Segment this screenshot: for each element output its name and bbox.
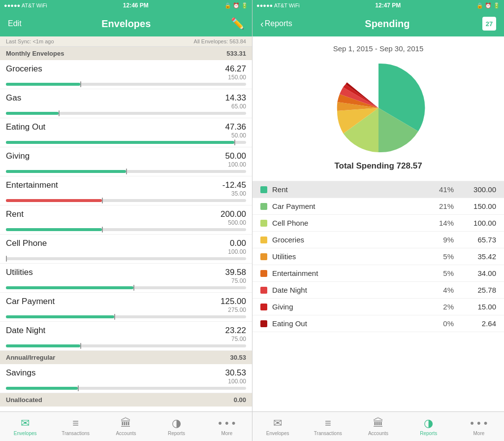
chart-date: Sep 1, 2015 - Sep 30, 2015 xyxy=(333,44,423,53)
legend-row-cell-phone[interactable]: Cell Phone 14% 100.00 xyxy=(252,215,504,232)
back-button[interactable]: ‹ Reports xyxy=(260,18,292,30)
progress-track xyxy=(6,83,246,86)
right-reports-icon: ◑ xyxy=(424,417,433,430)
legend-color-eating-out xyxy=(260,320,267,327)
progress-track xyxy=(6,286,246,289)
envelope-budget: 100.00 xyxy=(225,161,246,168)
right-nav-title: Spending xyxy=(365,18,410,30)
right-envelopes-icon: ✉ xyxy=(273,417,282,430)
progress-track xyxy=(6,141,246,144)
right-tab-envelopes-label: Envelopes xyxy=(266,431,289,436)
all-envelopes-text: All Envelopes: 563.84 xyxy=(194,38,246,44)
legend-val-utilities: 35.42 xyxy=(462,252,496,261)
calendar-icon[interactable]: 27 xyxy=(482,17,496,31)
legend-val-eating-out: 2.64 xyxy=(462,319,496,328)
unallocated-label: Unallocated xyxy=(6,396,42,404)
envelope-name: Rent xyxy=(6,209,24,219)
envelopes-list: Monthly Envelopes 533.31 Groceries 46.27… xyxy=(0,47,252,411)
tab-transactions[interactable]: ≡ Transactions xyxy=(50,414,100,439)
chart-section: Sep 1, 2015 - Sep 30, 2015 xyxy=(252,36,504,181)
envelope-savings[interactable]: Savings 30.53 100.00 xyxy=(0,364,252,393)
annual-value: 30.53 xyxy=(230,354,246,361)
envelope-budget: 150.00 xyxy=(225,74,246,81)
envelope-name: Cell Phone xyxy=(6,238,47,248)
legend-pct-cell-phone: 14% xyxy=(437,219,462,227)
envelope-eating-out[interactable]: Eating Out 47.36 50.00 xyxy=(0,118,252,147)
left-nav-title: Envelopes xyxy=(101,18,151,30)
right-tab-accounts[interactable]: 🏛 Accounts xyxy=(353,414,403,439)
monthly-label: Monthly Envelopes xyxy=(6,50,64,57)
envelope-name: Utilities xyxy=(6,268,33,277)
legend-row-date-night[interactable]: Date Night 4% 25.78 xyxy=(252,282,504,299)
envelope-name: Car Payment xyxy=(6,297,55,306)
right-nav-bar: ‹ Reports Spending 27 xyxy=(252,11,504,36)
legend-val-entertainment: 34.00 xyxy=(462,269,496,277)
tab-reports[interactable]: ◑ Reports xyxy=(151,414,201,439)
envelope-entertainment[interactable]: Entertainment -12.45 35.00 xyxy=(0,176,252,205)
tab-accounts[interactable]: 🏛 Accounts xyxy=(101,414,151,439)
legend-val-date-night: 25.78 xyxy=(462,286,496,294)
sync-text: Last Sync: <1m ago xyxy=(6,38,54,44)
envelope-spent: 0.00 xyxy=(228,238,246,248)
tab-reports-label: Reports xyxy=(168,431,185,436)
envelope-date-night[interactable]: Date Night 23.22 75.00 xyxy=(0,322,252,351)
left-status-center: 12:46 PM xyxy=(123,2,149,9)
unallocated-row: Unallocated 0.00 xyxy=(0,393,252,407)
back-chevron-icon: ‹ xyxy=(260,18,264,30)
envelope-utilities[interactable]: Utilities 39.58 75.00 xyxy=(0,264,252,293)
legend-row-car-payment[interactable]: Car Payment 21% 150.00 xyxy=(252,198,504,215)
envelope-budget: 50.00 xyxy=(225,132,246,139)
legend-name-utilities: Utilities xyxy=(272,252,437,261)
legend-name-entertainment: Entertainment xyxy=(272,269,437,277)
right-tab-transactions[interactable]: ≡ Transactions xyxy=(303,414,353,439)
envelope-cell-phone[interactable]: Cell Phone 0.00 100.00 xyxy=(0,235,252,264)
legend-row-eating-out[interactable]: Eating Out 0% 2.64 xyxy=(252,315,504,332)
envelope-spent: 200.00 xyxy=(220,209,246,219)
right-tab-more[interactable]: • • • More xyxy=(454,414,504,439)
tab-envelopes[interactable]: ✉ Envelopes xyxy=(0,414,50,439)
right-more-icon: • • • xyxy=(470,417,487,430)
legend-row-groceries[interactable]: Groceries 9% 65.73 xyxy=(252,232,504,248)
envelope-rent[interactable]: Rent 200.00 500.00 xyxy=(0,205,252,235)
envelope-car-payment[interactable]: Car Payment 125.00 275.00 xyxy=(0,293,252,322)
legend-name-eating-out: Eating Out xyxy=(272,319,437,328)
legend-name-rent: Rent xyxy=(272,185,437,194)
envelope-gas[interactable]: Gas 14.33 65.00 xyxy=(0,89,252,118)
envelope-giving[interactable]: Giving 50.00 100.00 xyxy=(0,147,252,176)
envelope-spent: -12.45 xyxy=(222,180,246,190)
right-content: Sep 1, 2015 - Sep 30, 2015 xyxy=(252,36,504,411)
legend-color-car-payment xyxy=(260,203,267,210)
legend-row-giving[interactable]: Giving 2% 15.00 xyxy=(252,299,504,315)
legend-pct-date-night: 4% xyxy=(437,286,462,294)
tab-more-label: More xyxy=(221,431,232,436)
monthly-value: 533.31 xyxy=(226,50,246,57)
right-tab-reports-label: Reports xyxy=(420,431,437,436)
sync-bar: Last Sync: <1m ago All Envelopes: 563.84 xyxy=(0,36,252,47)
left-panel: ●●●●● AT&T WiFi 12:46 PM 🔒 ⏰ 🔋 Edit Enve… xyxy=(0,0,252,441)
envelope-name: Eating Out xyxy=(6,122,45,132)
legend-table: Rent 41% 300.00 Car Payment 21% 150.00 C… xyxy=(252,181,504,332)
right-tab-bar: ✉ Envelopes ≡ Transactions 🏛 Accounts ◑ … xyxy=(252,411,504,441)
legend-row-entertainment[interactable]: Entertainment 5% 34.00 xyxy=(252,265,504,282)
envelope-groceries[interactable]: Groceries 46.27 150.00 xyxy=(0,60,252,89)
edit-button[interactable]: Edit xyxy=(8,19,22,28)
right-status-center: 12:47 PM xyxy=(375,2,401,9)
legend-pct-rent: 41% xyxy=(437,185,462,194)
tab-envelopes-label: Envelopes xyxy=(14,431,37,436)
back-label: Reports xyxy=(265,19,292,28)
envelope-spent: 125.00 xyxy=(220,297,246,306)
right-tab-reports[interactable]: ◑ Reports xyxy=(404,414,454,439)
right-tab-envelopes[interactable]: ✉ Envelopes xyxy=(252,414,303,439)
compose-icon[interactable]: ✏️ xyxy=(231,17,244,30)
envelope-spent: 23.22 xyxy=(225,326,246,336)
tab-more[interactable]: • • • More xyxy=(202,414,252,439)
accounts-icon: 🏛 xyxy=(121,417,131,430)
progress-track xyxy=(6,315,246,318)
progress-track xyxy=(6,170,246,173)
legend-pct-utilities: 5% xyxy=(437,252,462,261)
legend-row-rent[interactable]: Rent 41% 300.00 xyxy=(252,181,504,198)
legend-color-utilities xyxy=(260,253,267,260)
left-status-bar: ●●●●● AT&T WiFi 12:46 PM 🔒 ⏰ 🔋 xyxy=(0,0,252,11)
legend-color-rent xyxy=(260,186,267,193)
legend-row-utilities[interactable]: Utilities 5% 35.42 xyxy=(252,248,504,265)
